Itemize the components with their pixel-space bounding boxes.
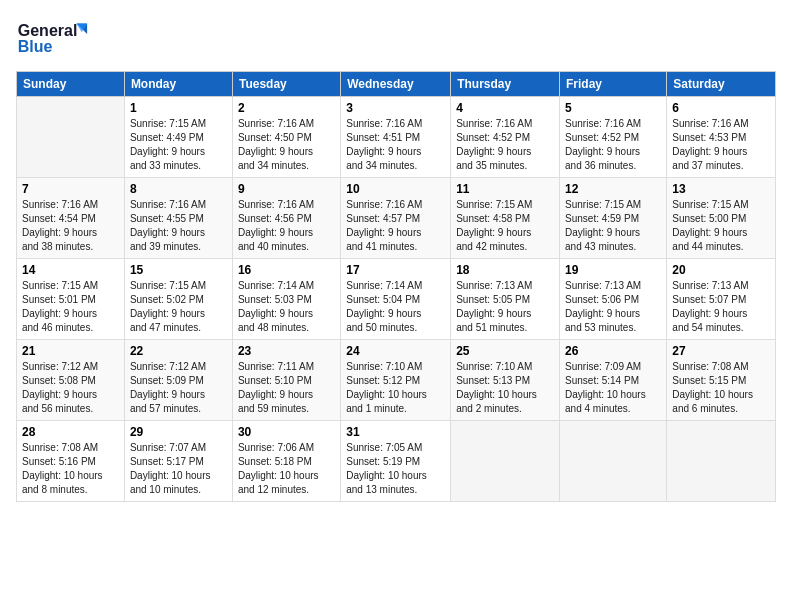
day-number: 5 (565, 101, 661, 115)
day-info: Sunrise: 7:16 AM Sunset: 4:53 PM Dayligh… (672, 117, 770, 173)
day-cell: 22Sunrise: 7:12 AM Sunset: 5:09 PM Dayli… (124, 340, 232, 421)
svg-text:General: General (18, 22, 78, 39)
day-info: Sunrise: 7:05 AM Sunset: 5:19 PM Dayligh… (346, 441, 445, 497)
day-cell: 17Sunrise: 7:14 AM Sunset: 5:04 PM Dayli… (341, 259, 451, 340)
col-header-wednesday: Wednesday (341, 72, 451, 97)
day-cell: 16Sunrise: 7:14 AM Sunset: 5:03 PM Dayli… (232, 259, 340, 340)
day-number: 29 (130, 425, 227, 439)
col-header-sunday: Sunday (17, 72, 125, 97)
day-cell: 31Sunrise: 7:05 AM Sunset: 5:19 PM Dayli… (341, 421, 451, 502)
day-info: Sunrise: 7:16 AM Sunset: 4:51 PM Dayligh… (346, 117, 445, 173)
col-header-tuesday: Tuesday (232, 72, 340, 97)
day-number: 28 (22, 425, 119, 439)
day-cell: 28Sunrise: 7:08 AM Sunset: 5:16 PM Dayli… (17, 421, 125, 502)
day-info: Sunrise: 7:16 AM Sunset: 4:57 PM Dayligh… (346, 198, 445, 254)
day-cell: 6Sunrise: 7:16 AM Sunset: 4:53 PM Daylig… (667, 97, 776, 178)
day-cell: 24Sunrise: 7:10 AM Sunset: 5:12 PM Dayli… (341, 340, 451, 421)
day-number: 30 (238, 425, 335, 439)
day-cell: 19Sunrise: 7:13 AM Sunset: 5:06 PM Dayli… (560, 259, 667, 340)
day-cell: 5Sunrise: 7:16 AM Sunset: 4:52 PM Daylig… (560, 97, 667, 178)
day-number: 7 (22, 182, 119, 196)
day-number: 20 (672, 263, 770, 277)
day-cell (667, 421, 776, 502)
day-cell: 20Sunrise: 7:13 AM Sunset: 5:07 PM Dayli… (667, 259, 776, 340)
day-number: 26 (565, 344, 661, 358)
day-number: 19 (565, 263, 661, 277)
week-row-4: 21Sunrise: 7:12 AM Sunset: 5:08 PM Dayli… (17, 340, 776, 421)
day-info: Sunrise: 7:13 AM Sunset: 5:05 PM Dayligh… (456, 279, 554, 335)
day-cell: 9Sunrise: 7:16 AM Sunset: 4:56 PM Daylig… (232, 178, 340, 259)
day-info: Sunrise: 7:08 AM Sunset: 5:15 PM Dayligh… (672, 360, 770, 416)
day-cell: 11Sunrise: 7:15 AM Sunset: 4:58 PM Dayli… (451, 178, 560, 259)
col-header-saturday: Saturday (667, 72, 776, 97)
day-info: Sunrise: 7:16 AM Sunset: 4:54 PM Dayligh… (22, 198, 119, 254)
day-number: 11 (456, 182, 554, 196)
day-cell: 30Sunrise: 7:06 AM Sunset: 5:18 PM Dayli… (232, 421, 340, 502)
day-cell: 3Sunrise: 7:16 AM Sunset: 4:51 PM Daylig… (341, 97, 451, 178)
day-number: 18 (456, 263, 554, 277)
day-cell (451, 421, 560, 502)
day-number: 16 (238, 263, 335, 277)
day-info: Sunrise: 7:12 AM Sunset: 5:08 PM Dayligh… (22, 360, 119, 416)
day-info: Sunrise: 7:16 AM Sunset: 4:52 PM Dayligh… (456, 117, 554, 173)
day-cell: 7Sunrise: 7:16 AM Sunset: 4:54 PM Daylig… (17, 178, 125, 259)
day-cell: 29Sunrise: 7:07 AM Sunset: 5:17 PM Dayli… (124, 421, 232, 502)
day-number: 15 (130, 263, 227, 277)
week-row-5: 28Sunrise: 7:08 AM Sunset: 5:16 PM Dayli… (17, 421, 776, 502)
day-number: 22 (130, 344, 227, 358)
day-cell: 1Sunrise: 7:15 AM Sunset: 4:49 PM Daylig… (124, 97, 232, 178)
day-info: Sunrise: 7:07 AM Sunset: 5:17 PM Dayligh… (130, 441, 227, 497)
day-info: Sunrise: 7:15 AM Sunset: 4:58 PM Dayligh… (456, 198, 554, 254)
col-header-thursday: Thursday (451, 72, 560, 97)
day-number: 4 (456, 101, 554, 115)
logo-svg: General Blue (16, 16, 96, 61)
week-row-3: 14Sunrise: 7:15 AM Sunset: 5:01 PM Dayli… (17, 259, 776, 340)
day-info: Sunrise: 7:13 AM Sunset: 5:07 PM Dayligh… (672, 279, 770, 335)
day-info: Sunrise: 7:15 AM Sunset: 4:59 PM Dayligh… (565, 198, 661, 254)
page: General Blue SundayMondayTuesdayWednesda… (0, 0, 792, 612)
day-info: Sunrise: 7:16 AM Sunset: 4:56 PM Dayligh… (238, 198, 335, 254)
day-cell: 21Sunrise: 7:12 AM Sunset: 5:08 PM Dayli… (17, 340, 125, 421)
day-info: Sunrise: 7:12 AM Sunset: 5:09 PM Dayligh… (130, 360, 227, 416)
day-cell: 25Sunrise: 7:10 AM Sunset: 5:13 PM Dayli… (451, 340, 560, 421)
day-number: 17 (346, 263, 445, 277)
day-number: 8 (130, 182, 227, 196)
day-cell: 14Sunrise: 7:15 AM Sunset: 5:01 PM Dayli… (17, 259, 125, 340)
day-info: Sunrise: 7:15 AM Sunset: 5:02 PM Dayligh… (130, 279, 227, 335)
day-cell: 8Sunrise: 7:16 AM Sunset: 4:55 PM Daylig… (124, 178, 232, 259)
day-cell: 15Sunrise: 7:15 AM Sunset: 5:02 PM Dayli… (124, 259, 232, 340)
day-number: 6 (672, 101, 770, 115)
day-info: Sunrise: 7:14 AM Sunset: 5:04 PM Dayligh… (346, 279, 445, 335)
day-number: 12 (565, 182, 661, 196)
day-info: Sunrise: 7:10 AM Sunset: 5:12 PM Dayligh… (346, 360, 445, 416)
day-info: Sunrise: 7:16 AM Sunset: 4:52 PM Dayligh… (565, 117, 661, 173)
day-number: 27 (672, 344, 770, 358)
col-header-friday: Friday (560, 72, 667, 97)
header: General Blue (16, 16, 776, 61)
day-info: Sunrise: 7:06 AM Sunset: 5:18 PM Dayligh… (238, 441, 335, 497)
day-cell: 4Sunrise: 7:16 AM Sunset: 4:52 PM Daylig… (451, 97, 560, 178)
logo: General Blue (16, 16, 96, 61)
day-number: 25 (456, 344, 554, 358)
day-info: Sunrise: 7:08 AM Sunset: 5:16 PM Dayligh… (22, 441, 119, 497)
day-info: Sunrise: 7:10 AM Sunset: 5:13 PM Dayligh… (456, 360, 554, 416)
day-number: 9 (238, 182, 335, 196)
day-cell (17, 97, 125, 178)
day-number: 21 (22, 344, 119, 358)
day-number: 1 (130, 101, 227, 115)
header-row: SundayMondayTuesdayWednesdayThursdayFrid… (17, 72, 776, 97)
day-info: Sunrise: 7:09 AM Sunset: 5:14 PM Dayligh… (565, 360, 661, 416)
day-number: 23 (238, 344, 335, 358)
day-number: 31 (346, 425, 445, 439)
day-number: 3 (346, 101, 445, 115)
day-cell: 2Sunrise: 7:16 AM Sunset: 4:50 PM Daylig… (232, 97, 340, 178)
day-info: Sunrise: 7:13 AM Sunset: 5:06 PM Dayligh… (565, 279, 661, 335)
week-row-1: 1Sunrise: 7:15 AM Sunset: 4:49 PM Daylig… (17, 97, 776, 178)
day-cell: 13Sunrise: 7:15 AM Sunset: 5:00 PM Dayli… (667, 178, 776, 259)
day-info: Sunrise: 7:15 AM Sunset: 5:01 PM Dayligh… (22, 279, 119, 335)
day-info: Sunrise: 7:15 AM Sunset: 5:00 PM Dayligh… (672, 198, 770, 254)
day-info: Sunrise: 7:16 AM Sunset: 4:55 PM Dayligh… (130, 198, 227, 254)
day-number: 13 (672, 182, 770, 196)
calendar-table: SundayMondayTuesdayWednesdayThursdayFrid… (16, 71, 776, 502)
day-number: 2 (238, 101, 335, 115)
